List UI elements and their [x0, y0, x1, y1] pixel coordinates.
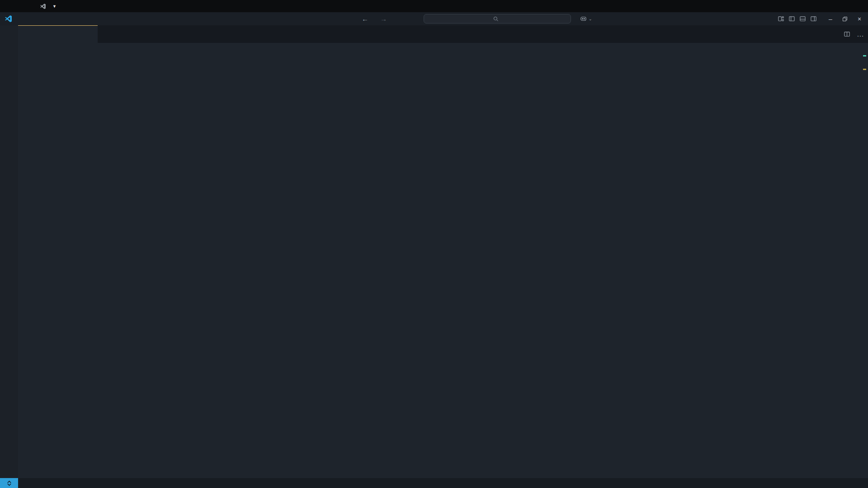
- minimap[interactable]: [794, 54, 862, 81]
- status-bar: [0, 478, 868, 488]
- gnome-top-bar: ▼: [0, 0, 868, 12]
- copilot-icon: [580, 15, 587, 22]
- restore-button[interactable]: [841, 16, 849, 22]
- toggle-secondary-sidebar-icon[interactable]: [810, 15, 817, 22]
- chevron-down-icon: ⌄: [589, 17, 592, 21]
- command-center-search[interactable]: [424, 14, 571, 23]
- minimize-button[interactable]: –: [826, 15, 835, 23]
- clock[interactable]: [0, 0, 868, 12]
- tab-pcloudy-config[interactable]: [18, 25, 98, 43]
- navigate-forward-button[interactable]: →: [380, 15, 387, 23]
- toggle-primary-sidebar-icon[interactable]: [788, 15, 795, 22]
- search-icon: [493, 16, 499, 22]
- split-editor-icon[interactable]: [844, 31, 850, 38]
- remote-indicator[interactable]: [0, 478, 18, 488]
- vscode-title-bar: ← → ⌄ – ×: [0, 12, 868, 25]
- editor-tab-strip: …: [18, 25, 868, 43]
- vscode-logo-icon: [5, 15, 12, 23]
- navigate-back-button[interactable]: ←: [362, 15, 368, 23]
- overview-ruler[interactable]: [863, 54, 866, 478]
- copilot-menu[interactable]: ⌄: [580, 14, 592, 23]
- code-editor[interactable]: [18, 54, 868, 478]
- close-button[interactable]: ×: [855, 15, 863, 23]
- more-actions-icon[interactable]: …: [857, 30, 864, 38]
- customize-layout-icon[interactable]: [778, 15, 784, 22]
- toggle-panel-icon[interactable]: [799, 15, 806, 22]
- activity-bar: [0, 25, 18, 478]
- breadcrumb: [18, 43, 868, 54]
